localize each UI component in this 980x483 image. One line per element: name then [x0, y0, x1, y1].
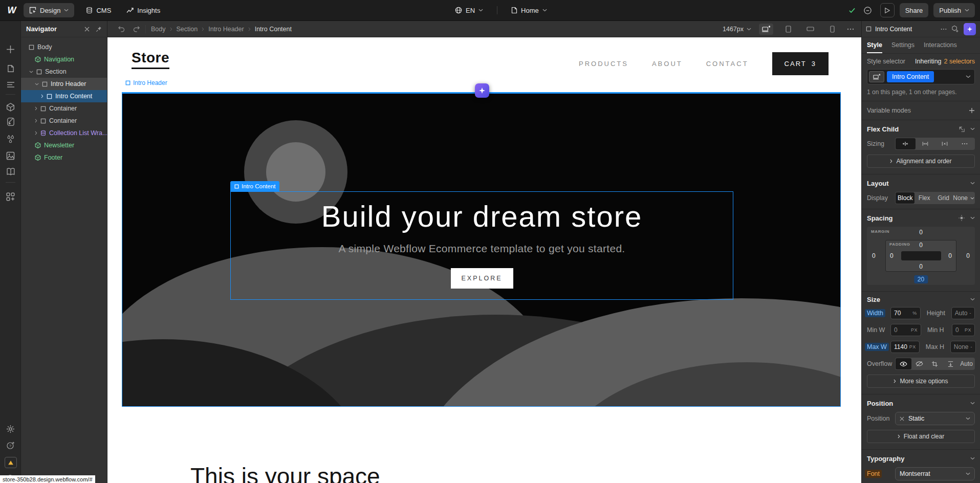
inherited-selectors-link[interactable]: 2 selectors [944, 58, 975, 65]
add-elements-button[interactable] [0, 45, 21, 54]
nav-link-products[interactable]: PRODUCTS [579, 60, 628, 68]
cart-button[interactable]: CART 3 [772, 52, 829, 75]
apps-button[interactable] [0, 192, 21, 201]
margin-bottom-value[interactable]: 20 [914, 275, 928, 283]
assets-button[interactable] [0, 151, 21, 160]
redo-icon[interactable] [133, 26, 140, 32]
libraries-button[interactable] [0, 168, 21, 175]
min-h-input[interactable]: 0PX [952, 324, 975, 336]
height-input[interactable]: Auto- [951, 307, 975, 319]
components-button[interactable] [0, 103, 21, 112]
alignment-and-order-button[interactable]: Alignment and order [867, 155, 975, 168]
chevron-down-icon[interactable] [29, 71, 33, 73]
breadcrumb-section[interactable]: Section [177, 26, 198, 33]
breadcrumb-intro-header[interactable]: Intro Header [208, 26, 244, 33]
chevron-down-icon[interactable] [970, 457, 975, 460]
display-flex-button[interactable]: Flex [914, 192, 933, 204]
intro-content-selected-element[interactable]: Build your dream store A simple Webflow … [230, 191, 733, 300]
pages-button[interactable] [0, 64, 21, 73]
overflow-hidden-button[interactable] [911, 358, 927, 369]
device-tablet-button[interactable] [781, 24, 795, 35]
chevron-down-icon[interactable] [970, 298, 975, 301]
close-icon[interactable] [84, 26, 90, 32]
cms-button[interactable]: CMS [80, 3, 117, 17]
tree-item-section[interactable]: Section [21, 65, 107, 78]
device-desktop-button[interactable] [759, 24, 773, 35]
max-w-input[interactable]: 1140PX [890, 341, 920, 353]
tab-settings[interactable]: Settings [891, 37, 914, 53]
padding-bottom-value[interactable]: 0 [919, 263, 923, 270]
chevron-down-icon[interactable] [970, 216, 975, 219]
position-dropdown[interactable]: Static [895, 412, 975, 425]
tree-item-newsletter[interactable]: Newsletter [21, 139, 107, 151]
width-input[interactable]: 70% [890, 307, 921, 319]
display-grid-button[interactable]: Grid [934, 192, 953, 204]
help-button[interactable]: ? [0, 441, 21, 450]
sizing-more-button[interactable] [955, 138, 975, 149]
overflow-auto-button[interactable]: Auto [959, 358, 974, 369]
tab-interactions[interactable]: Interactions [924, 37, 957, 53]
device-phone-landscape-button[interactable] [803, 24, 817, 35]
viewport-width-selector[interactable]: 1467px [723, 26, 751, 33]
chevron-down-icon[interactable] [970, 182, 975, 185]
chevron-right-icon[interactable] [35, 131, 37, 135]
ai-assistant-button[interactable] [475, 83, 489, 98]
more-devices-button[interactable] [847, 28, 854, 30]
language-selector[interactable]: EN [449, 3, 489, 17]
preview-button[interactable] [880, 3, 895, 17]
class-selector-input[interactable]: Intro Content [867, 69, 975, 84]
sizing-grow-button[interactable] [916, 138, 935, 149]
margin-right-value[interactable]: 0 [966, 252, 970, 259]
chevron-down-icon[interactable] [35, 83, 39, 85]
more-options-icon[interactable] [941, 28, 947, 30]
variables-button[interactable] [0, 135, 21, 143]
chevron-right-icon[interactable] [41, 94, 43, 98]
webflow-logo[interactable]: W [0, 5, 24, 16]
tree-item-intro-header[interactable]: Intro Header [21, 78, 107, 90]
chevron-down-icon[interactable] [966, 75, 973, 78]
hero-section[interactable]: Intro Content Build your dream store A s… [122, 92, 841, 407]
min-w-input[interactable]: 0PX [890, 324, 921, 336]
tree-item-collection-list[interactable]: Collection List Wra... [21, 127, 107, 139]
overflow-scroll-button[interactable] [943, 358, 959, 369]
navigator-button[interactable] [0, 81, 21, 88]
page-selector[interactable]: Home [506, 3, 553, 17]
class-pill[interactable]: Intro Content [887, 71, 934, 82]
float-and-clear-button[interactable]: Float and clear [867, 430, 975, 443]
nav-link-contact[interactable]: CONTACT [706, 60, 749, 68]
style-manager-button[interactable] [0, 117, 21, 126]
padding-left-value[interactable]: 0 [890, 252, 894, 259]
overflow-visible-button[interactable] [896, 358, 911, 369]
nav-link-about[interactable]: ABOUT [652, 60, 683, 68]
tree-item-navigation[interactable]: Navigation [21, 53, 107, 65]
design-mode-button[interactable]: Design [24, 3, 74, 17]
ai-assistant-button[interactable] [964, 23, 976, 35]
add-variable-mode-button[interactable] [969, 107, 975, 114]
share-button[interactable]: Share [900, 3, 929, 17]
max-h-input[interactable]: None- [950, 341, 976, 353]
insights-button[interactable]: Insights [121, 3, 166, 17]
overflow-clip-button[interactable] [927, 358, 943, 369]
chevron-right-icon[interactable] [35, 106, 37, 111]
display-block-button[interactable]: Block [896, 192, 914, 204]
padding-top-value[interactable]: 0 [919, 242, 923, 249]
display-none-button[interactable]: None [953, 192, 974, 204]
breadcrumb-body[interactable]: Body [151, 26, 166, 33]
font-dropdown[interactable]: Montserrat [895, 467, 975, 480]
comments-button[interactable] [861, 3, 875, 17]
sizing-none-button[interactable] [935, 138, 955, 149]
chevron-down-icon[interactable] [970, 127, 975, 130]
design-canvas[interactable]: Store PRODUCTS ABOUT CONTACT CART 3 Intr… [107, 37, 861, 483]
publish-button[interactable]: Publish [933, 3, 975, 17]
explore-button[interactable]: EXPLORE [451, 268, 513, 289]
tree-item-footer[interactable]: Footer [21, 151, 107, 164]
tree-item-body[interactable]: Body [21, 41, 107, 53]
spacing-presets-icon[interactable] [958, 214, 965, 222]
upgrade-warning-button[interactable] [0, 457, 21, 468]
tab-style[interactable]: Style [867, 37, 882, 53]
create-component-icon[interactable] [951, 25, 959, 33]
device-phone-portrait-button[interactable] [825, 24, 839, 35]
undo-icon[interactable] [118, 26, 125, 32]
pin-icon[interactable] [96, 26, 102, 32]
tree-item-container[interactable]: Container [21, 115, 107, 127]
